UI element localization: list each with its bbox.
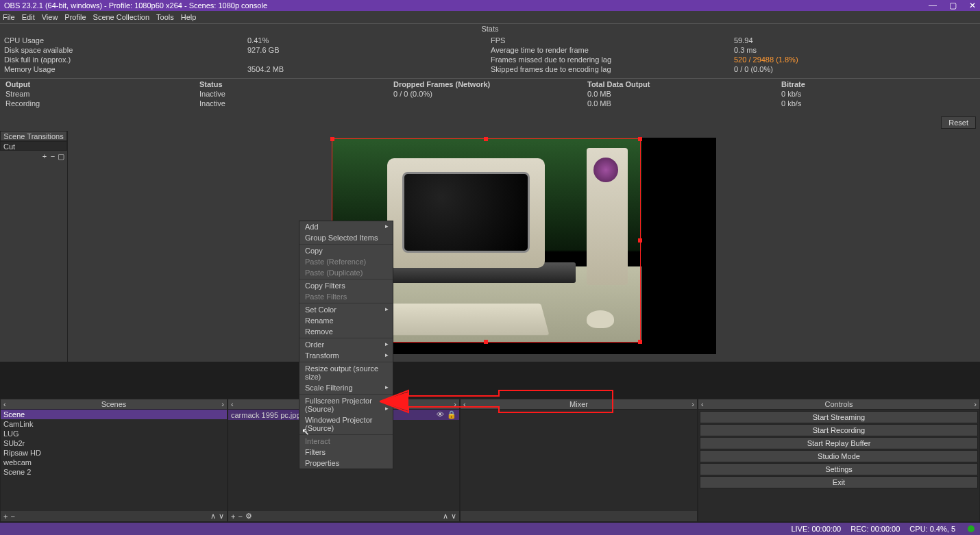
scene-item[interactable]: CamLink	[1, 419, 227, 429]
row1-bitrate: 0 kb/s	[781, 99, 968, 108]
scene-item[interactable]: Scene	[1, 410, 227, 419]
stats-title: Stats	[0, 23, 980, 33]
cm-group[interactable]: Group Selected Items	[299, 232, 393, 243]
studio-mode-button[interactable]: Studio Mode	[700, 450, 978, 462]
menu-tools[interactable]: Tools	[156, 13, 174, 21]
minimize-button[interactable]: —	[929, 1, 937, 10]
menu-scene-collection[interactable]: Scene Collection	[93, 13, 150, 21]
row0-dropped: 0 / 0 (0.0%)	[393, 90, 587, 98]
maximize-button[interactable]: ▢	[949, 1, 957, 10]
mixer-body	[461, 410, 697, 511]
stat-skip-value: 0 / 0 (0.0%)	[733, 64, 976, 74]
row1-status: Inactive	[199, 99, 393, 108]
output-table: Output Status Dropped Frames (Network) T…	[0, 78, 980, 114]
status-cpu: CPU: 0.4%, 5	[909, 525, 955, 533]
stat-diskfull-value	[246, 55, 489, 64]
scene-item[interactable]: Ripsaw HD	[1, 448, 227, 458]
col-output: Output	[5, 80, 199, 88]
cm-properties[interactable]: Properties	[299, 458, 393, 469]
preview-area[interactable]	[68, 131, 980, 362]
menu-help[interactable]: Help	[181, 13, 197, 21]
scenes-up-icon[interactable]: ∧	[210, 512, 216, 521]
row0-total: 0.0 MB	[587, 90, 781, 98]
cm-remove[interactable]: Remove	[299, 326, 393, 337]
start-streaming-button[interactable]: Start Streaming	[700, 411, 978, 423]
stat-mem-label: Memory Usage	[3, 64, 246, 74]
close-button[interactable]: ✕	[969, 1, 976, 10]
stat-miss-value: 520 / 29488 (1.8%)	[733, 55, 976, 64]
window-controls: — ▢ ✕	[929, 1, 976, 10]
bottom-docks: Scenes Scene CamLink LUG SUb2r Ripsaw HD…	[0, 399, 980, 522]
stat-cpu-label: CPU Usage	[3, 36, 246, 45]
sources-up-icon[interactable]: ∧	[443, 512, 448, 521]
stat-mem-value: 3504.2 MB	[246, 64, 489, 74]
status-bar: LIVE: 00:00:00 REC: 00:00:00 CPU: 0.4%, …	[0, 523, 980, 535]
exit-button[interactable]: Exit	[700, 476, 978, 488]
transition-select[interactable]: Cut	[0, 141, 67, 151]
scenes-header[interactable]: Scenes	[1, 399, 227, 410]
settings-button[interactable]: Settings	[700, 463, 978, 475]
scene-item[interactable]: SUb2r	[1, 438, 227, 448]
sources-down-icon[interactable]: ∨	[451, 512, 456, 521]
cm-resize-output[interactable]: Resize output (source size)	[299, 363, 393, 382]
stat-diskfull-label: Disk full in (approx.)	[3, 55, 246, 64]
status-indicator-icon	[968, 525, 975, 532]
transitions-label: Scene Transitions	[0, 131, 67, 141]
status-live: LIVE: 00:00:00	[791, 525, 841, 533]
sources-settings-icon[interactable]: ⚙	[245, 512, 252, 521]
scenes-down-icon[interactable]: ∨	[219, 512, 224, 521]
row1-dropped	[393, 99, 587, 108]
stat-fps-value: 59.94	[733, 36, 976, 45]
stat-miss-label: Frames missed due to rendering lag	[489, 55, 733, 64]
scene-transitions-dock: Scene Transitions Cut + − ▢	[0, 131, 68, 362]
row1-total: 0.0 MB	[587, 99, 781, 108]
cm-rename[interactable]: Rename	[299, 315, 393, 326]
start-recording-button[interactable]: Start Recording	[700, 424, 978, 436]
menu-edit[interactable]: Edit	[22, 13, 35, 21]
cm-copy[interactable]: Copy	[299, 245, 393, 256]
cm-copy-filters[interactable]: Copy Filters	[299, 280, 393, 291]
cm-paste-ref: Paste (Reference)	[299, 256, 393, 267]
scenes-dock: Scenes Scene CamLink LUG SUb2r Ripsaw HD…	[0, 399, 228, 522]
cm-add[interactable]: Add	[299, 221, 393, 232]
cm-transform[interactable]: Transform	[299, 350, 393, 361]
cm-fullscreen-projector[interactable]: Fullscreen Projector (Source)	[299, 395, 393, 414]
cm-set-color[interactable]: Set Color	[299, 304, 393, 315]
cm-paste-filters: Paste Filters	[299, 291, 393, 302]
scenes-list[interactable]: Scene CamLink LUG SUb2r Ripsaw HD webcam…	[1, 410, 227, 511]
transition-remove-icon[interactable]: −	[49, 152, 56, 161]
menu-view[interactable]: View	[42, 13, 58, 21]
source-context-menu: Add Group Selected Items Copy Paste (Ref…	[299, 221, 393, 469]
stat-cpu-value: 0.41%	[246, 36, 489, 45]
row0-bitrate: 0 kb/s	[781, 90, 968, 98]
sources-add-icon[interactable]: +	[231, 512, 235, 521]
transition-add-icon[interactable]: +	[41, 152, 48, 161]
stat-skip-label: Skipped frames due to encoding lag	[489, 64, 733, 74]
reset-row: Reset	[0, 114, 980, 131]
controls-header[interactable]: Controls	[698, 399, 979, 410]
col-bitrate: Bitrate	[781, 80, 968, 88]
cm-windowed-projector[interactable]: Windowed Projector (Source)	[299, 414, 393, 434]
cm-order[interactable]: Order	[299, 339, 393, 350]
menu-file[interactable]: File	[3, 13, 15, 21]
scene-item[interactable]: webcam	[1, 458, 227, 467]
scenes-remove-icon[interactable]: −	[10, 512, 14, 521]
scene-item[interactable]: Scene 2	[1, 467, 227, 477]
controls-body: Start Streaming Start Recording Start Re…	[698, 410, 979, 521]
sources-remove-icon[interactable]: −	[238, 512, 242, 521]
scene-item[interactable]: LUG	[1, 429, 227, 438]
stat-disk-value: 927.6 GB	[246, 45, 489, 55]
middle-area: Scene Transitions Cut + − ▢	[0, 131, 980, 362]
reset-button[interactable]: Reset	[941, 116, 976, 129]
source-name: carmack 1995 pc.jpg	[231, 411, 301, 419]
start-replay-buffer-button[interactable]: Start Replay Buffer	[700, 437, 978, 449]
svg-marker-1	[380, 392, 408, 411]
cm-filters[interactable]: Filters	[299, 447, 393, 458]
cm-scale-filtering[interactable]: Scale Filtering	[299, 382, 393, 393]
menu-profile[interactable]: Profile	[64, 13, 86, 21]
transition-settings-icon[interactable]: ▢	[58, 152, 64, 161]
stats-panel: CPU Usage 0.41% FPS 59.94 Disk space ava…	[0, 33, 980, 78]
cm-interact: Interact	[299, 436, 393, 447]
scenes-add-icon[interactable]: +	[3, 512, 8, 521]
window-title: OBS 23.2.1 (64-bit, windows) - Profile: …	[4, 1, 267, 10]
